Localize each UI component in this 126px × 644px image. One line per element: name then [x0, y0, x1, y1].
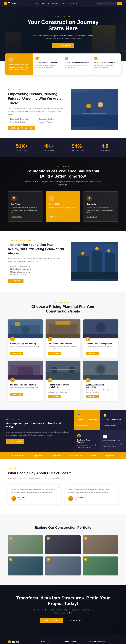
portfolio-item-6[interactable]: 6: [83, 556, 118, 576]
nav-contact[interactable]: Contact Us: [69, 2, 77, 4]
stat-label-1: Project Done: [16, 150, 28, 151]
why-card-2-desc: Ut enim ad minim veniam quis nostrud exe…: [103, 422, 123, 426]
about-left: WHO WE ARE Empowering Dreams, Building F…: [8, 89, 64, 130]
commit-check-3: ✓Skilled and Experienced Team: [8, 271, 64, 273]
services-grid: 🏗️ Building Design and Planning Connecti…: [8, 320, 118, 401]
commitment-more-button[interactable]: MORE INFO: [8, 279, 24, 283]
svg-rect-6: [83, 113, 106, 114]
portfolio-title: Explore Our Construction Portfolio: [8, 526, 118, 530]
service-6-title: Quality Assurance and Inspections: [86, 384, 116, 388]
search-input[interactable]: [96, 2, 116, 5]
service-2-title: Renovation and Restoration: [48, 343, 78, 345]
partner-6: tapglobal: [105, 455, 114, 457]
portfolio-item-2[interactable]: 2: [45, 536, 81, 554]
nav-search-area: 🔍: [96, 2, 122, 5]
svg-rect-21: [49, 324, 77, 336]
commitment-image: [71, 242, 118, 281]
partner-5: ooooo: [91, 455, 96, 457]
cta-description: Lorem ipsum dolor sit amet, consectetur …: [32, 608, 94, 614]
portfolio-item-5[interactable]: 5: [45, 556, 81, 576]
stat-number-3: 94%: [70, 143, 84, 149]
cta-secondary-button[interactable]: LEARN MORE: [65, 618, 86, 623]
about-section: WHO WE ARE Empowering Dreams, Building F…: [0, 78, 126, 138]
value-learn-3[interactable]: LEARN MORE: [86, 216, 97, 218]
value-icon-3: ⭐: [86, 196, 92, 201]
highlight-title: Transforming Ideas Into Tangible Structu…: [9, 64, 30, 71]
why-contact-button[interactable]: CONTACT NOW: [6, 439, 24, 444]
value-card-3-title: Our Motto: [86, 203, 115, 205]
service-card-5: ⚡ Infrastructure and Utility Installatio…: [46, 360, 80, 401]
service-4-button[interactable]: VIEW MORE: [10, 393, 23, 396]
service-3-title: Effective Project Management: [86, 343, 116, 345]
values-section: OUR VALUES Foundations of Excellence, Va…: [0, 156, 126, 231]
services-header: PRICING PLANS Choose a Pricing Plan that…: [8, 302, 118, 314]
commitment-title: Transforming Your Vision into Reality, O…: [8, 243, 64, 255]
highlight-icon: 💡: [9, 57, 13, 62]
service-5-button[interactable]: VIEW MORE: [48, 395, 61, 398]
value-learn-2[interactable]: LEARN MORE: [49, 216, 60, 217]
check-4: ✓Innovative Practices: [37, 121, 64, 123]
service-card-3: 📋 Effective Project Management Connectin…: [83, 320, 118, 358]
nav-projects[interactable]: Projects: [61, 2, 66, 4]
nav-services[interactable]: Services: [52, 2, 58, 4]
footer-brand: Tructo Lorem ipsum dolor sit amet, conse…: [8, 640, 36, 644]
footer-grid: Tructo Lorem ipsum dolor sit amet, conse…: [8, 640, 118, 644]
why-icon-3: 😊: [77, 434, 97, 438]
why-card-3-desc: Ut enim ad minim veniam quis nostrud exe…: [77, 444, 97, 448]
portfolio-item-3[interactable]: 3: [83, 536, 118, 554]
svg-point-12: [81, 252, 84, 255]
cta-primary-button[interactable]: CONTACT NOW: [40, 618, 63, 623]
value-card-2: 🏆 Our Mission Phasellus volutis lectus p…: [46, 192, 80, 222]
footer-help: Help & Support FAQ Privacy Policy Terms …: [64, 640, 82, 644]
value-icon-2: 🏆: [49, 195, 54, 201]
service-card-4: 🏠 Interior Design and Finishing Connecti…: [8, 360, 43, 401]
search-button[interactable]: 🔍: [117, 2, 122, 5]
service-6-button[interactable]: VIEW MORE: [86, 395, 99, 398]
footer-logo-icon: [8, 640, 11, 643]
svg-rect-36: [51, 369, 75, 370]
service-5-desc: Connecting innovative infrastructure int…: [48, 389, 78, 393]
card-item-3-title: Customer-Centric Approach: [94, 61, 118, 63]
about-right: [71, 89, 118, 130]
portfolio-item-4[interactable]: 4: [8, 556, 43, 576]
hero-section: HOME / TRUCTO Your Construction Journey …: [0, 6, 126, 61]
testimonials-section: TESTIMONIALS What People Say About Our S…: [0, 459, 126, 514]
stats-section: 51K+ Project Done 4K+ Happy Clients 94% …: [0, 138, 126, 156]
service-2-desc: Connecting innovative renovation intelli…: [48, 346, 78, 350]
testimonial-1-author: Jason M. Client: [12, 496, 58, 501]
hero-description: Fusce consectetur adipiscing lacus. Sed …: [33, 34, 93, 40]
service-4-title: Interior Design and Finishing: [10, 384, 40, 386]
stat-label-2: Happy Clients: [44, 150, 54, 151]
service-1-button[interactable]: VIEW MORE: [10, 352, 23, 355]
commitment-left: CONSTRUCTION SOLUTIONS Transforming Your…: [8, 240, 64, 283]
partner-4: LOGOIPSUM: [70, 455, 82, 457]
testimonials-grid: " Tempor facilis blanditiis neque praese…: [8, 484, 118, 504]
value-card-3-desc: Phasellus volutis lectus purus efficitur…: [86, 206, 115, 214]
portfolio-section: OUR WORK Explore Our Construction Portfo…: [0, 514, 126, 585]
nav-about[interactable]: About Us: [42, 2, 49, 4]
value-learn-1[interactable]: LEARN MORE: [11, 216, 22, 218]
service-card-6: 🔍 Quality Assurance and Inspections Conn…: [83, 360, 118, 401]
footer-useful-title: Useful Links: [41, 640, 59, 642]
values-subtitle: Lorem ipsum dolor sit amet, consectetur …: [25, 180, 101, 186]
testimonial-card-1: " Tempor facilis blanditiis neque praese…: [8, 484, 61, 504]
portfolio-item-1[interactable]: 1: [8, 536, 43, 554]
service-2-button[interactable]: VIEW MORE: [48, 352, 61, 355]
why-card-1: 🏅 Expertise in Every Detail Ut enim ad m…: [74, 410, 100, 430]
values-cards: 🎯 Our Vision Phasellus volutis lectus pu…: [8, 192, 118, 222]
about-explore-button[interactable]: EXPLORE OUR SERVICES: [8, 126, 35, 130]
stat-4: 4.8 Global Ratings: [100, 143, 110, 151]
hero-cta-button[interactable]: GET STARTED: [52, 43, 74, 48]
author-title-2: Client: [75, 499, 85, 500]
stat-2: 4K+ Happy Clients: [44, 143, 54, 151]
quote-icon-1: ": [56, 486, 59, 492]
nav-home[interactable]: Home: [35, 2, 39, 4]
portfolio-tag: OUR WORK: [8, 523, 118, 524]
services-title: Choose a Pricing Plan that Fits Your Con…: [30, 304, 96, 314]
service-3-button[interactable]: VIEW MORE: [86, 352, 99, 355]
svg-point-39: [97, 366, 104, 373]
why-icon-2: 💡: [103, 414, 123, 418]
why-grid: 🏅 Expertise in Every Detail Ut enim ad m…: [74, 410, 126, 452]
navbar: Tructo Home About Us Services Projects C…: [0, 0, 126, 6]
value-icon-1: 🎯: [11, 196, 17, 201]
